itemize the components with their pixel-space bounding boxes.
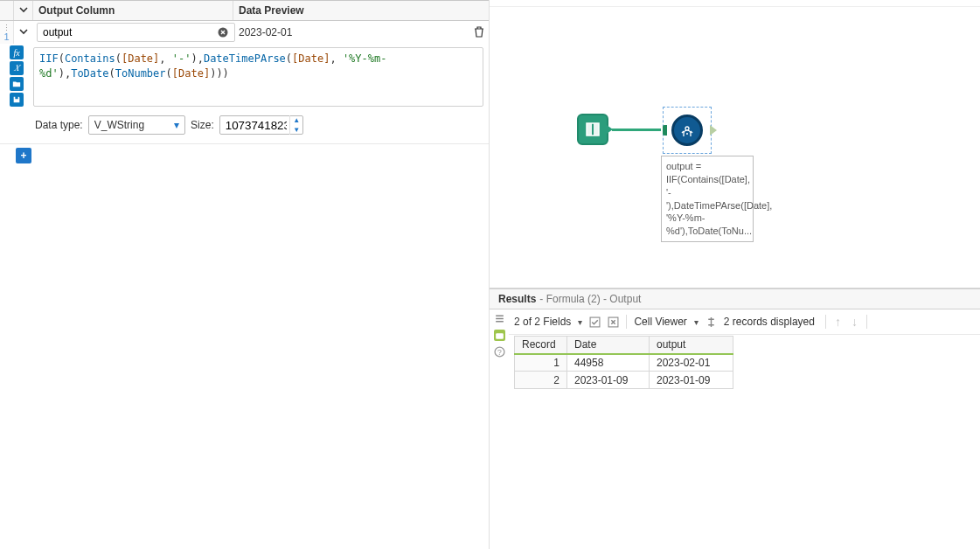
fx-button[interactable]: fx [10,45,24,59]
cell-viewer-label[interactable]: Cell Viewer [634,316,686,328]
cell-record: 1 [515,354,567,372]
caret-down-icon: ▾ [174,119,179,131]
size-spinner[interactable]: ▲ ▼ [289,115,303,135]
data-preview-header: Data Preview [233,1,489,20]
clear-input-icon[interactable] [216,25,230,39]
svg-text:?: ? [497,348,502,357]
expression-editor[interactable]: IIF(Contains([Date], '-'),DateTimePArse(… [33,47,483,107]
records-count: 2 records displayed [724,316,815,328]
data-type-select[interactable]: V_WString ▾ [88,115,185,135]
cell-output: 2023-02-01 [650,354,733,372]
separator [866,315,867,329]
fields-count[interactable]: 2 of 2 Fields [514,316,571,328]
results-header: Results - Formula (2) - Output [490,288,980,309]
arrow-down-icon[interactable]: ↓ [850,315,859,329]
table-row[interactable]: 1 44958 2023-02-01 [515,354,733,372]
help-icon[interactable]: ? [494,346,505,358]
svg-point-1 [686,133,688,135]
results-left-strip: ? [490,309,509,549]
spinner-down-icon[interactable]: ▼ [290,125,303,135]
delete-row-icon[interactable] [473,25,485,40]
formula-tool-selection [663,107,712,154]
col-output[interactable]: output [650,337,733,354]
formula-tool-node[interactable] [671,115,703,146]
arrow-up-icon[interactable]: ↑ [833,315,843,329]
svg-rect-2 [496,333,504,339]
config-header: Output Column Data Preview [0,0,489,21]
results-panel: Results - Formula (2) - Output ? [490,288,980,549]
col-date[interactable]: Date [567,337,650,354]
metadata-icon[interactable] [705,316,717,328]
data-type-label: Data type: [35,119,83,131]
add-expression-button[interactable]: + [16,148,31,163]
checkbox-icon[interactable] [589,316,601,328]
size-label: Size: [191,119,214,131]
text-input-tool-node[interactable] [577,114,608,145]
separator [626,315,627,329]
results-subtitle: - Formula (2) - Output [539,293,641,305]
list-icon[interactable] [494,313,505,324]
caret-down-icon[interactable]: ▾ [578,317,582,327]
variable-button[interactable]: 𝑋 [10,61,24,75]
results-toolbar: 2 of 2 Fields ▾ Cell Viewer ▾ [509,309,980,335]
output-anchor-icon[interactable] [710,125,717,136]
chevron-down-icon[interactable] [18,4,29,17]
spinner-up-icon[interactable]: ▲ [290,115,303,125]
cell-output: 2023-01-09 [650,372,733,389]
results-title: Results [498,293,536,305]
data-type-value: V_WString [94,119,144,131]
node-annotation[interactable]: output = IIF(Contains([Date], '-'),DateT… [661,156,754,242]
gripper [0,1,14,20]
formula-config-panel: Output Column Data Preview ⋮ 1 2023-02-0… [0,0,490,549]
table-header-row: Record Date output [515,337,733,354]
open-expression-button[interactable] [10,77,24,91]
row-chevron-down-icon[interactable] [18,26,29,39]
row-index: ⋮ 1 [0,21,14,44]
connection-line[interactable] [612,129,661,131]
output-column-header: Output Column [33,1,233,20]
save-expression-button[interactable] [10,93,24,107]
col-record[interactable]: Record [515,337,567,354]
data-icon[interactable] [494,330,505,341]
separator [825,315,826,329]
input-anchor-icon[interactable] [663,125,667,136]
output-column-input[interactable] [37,23,235,42]
cell-record: 2 [515,372,567,389]
cell-date: 44958 [567,354,650,372]
table-row[interactable]: 2 2023-01-09 2023-01-09 [515,372,733,389]
results-table: Record Date output 1 44958 2023-02-01 [514,336,733,389]
svg-rect-5 [590,317,600,327]
cell-date: 2023-01-09 [567,372,650,389]
formula-tool-sidebar: fx 𝑋 [0,44,33,110]
cross-icon[interactable] [608,316,619,328]
workflow-canvas[interactable]: output = IIF(Contains([Date], '-'),DateT… [490,0,980,288]
chevron-header-cell [14,1,33,20]
preview-value: 2023-02-01 [233,21,469,44]
caret-down-icon[interactable]: ▾ [694,317,699,327]
